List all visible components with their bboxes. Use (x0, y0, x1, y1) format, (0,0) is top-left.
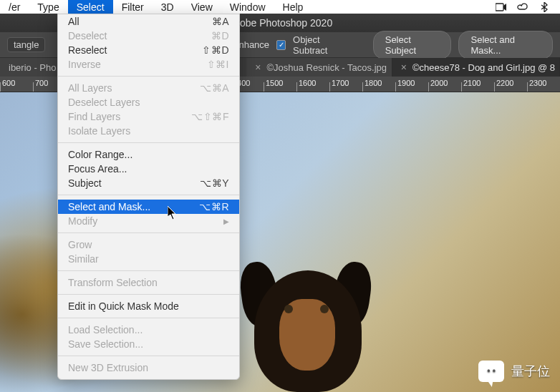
menu-separator (58, 270, 239, 271)
menu-window[interactable]: Window (221, 0, 274, 14)
menu-item-new-3d-extrusion: New 3D Extrusion (58, 361, 239, 375)
submenu-arrow-icon: ▶ (223, 217, 229, 225)
menu-type[interactable]: Type (29, 0, 67, 14)
menu-item-all[interactable]: All⌘A (58, 14, 239, 29)
menu-item-label: Inverse (68, 59, 101, 70)
watermark: • • 量子位 (478, 361, 550, 382)
bluetooth-icon[interactable] (539, 2, 550, 12)
document-tab[interactable]: iberio - Pho (0, 58, 64, 77)
menu-item-label: Load Selection... (68, 324, 143, 335)
menu-item-label: Deselect Layers (68, 97, 140, 108)
menu-item-label: Focus Area... (68, 163, 127, 175)
menu-item-label: New 3D Extrusion (68, 362, 148, 373)
menu-item-label: Find Layers (68, 111, 120, 122)
svg-rect-0 (496, 4, 503, 11)
menu-item-focus-area[interactable]: Focus Area... (58, 162, 239, 176)
close-icon[interactable]: × (255, 62, 261, 72)
document-tab[interactable]: × ©Joshua Resnick - Tacos.jpg (246, 58, 392, 77)
menu-item-shortcut: ⌘D (211, 30, 229, 41)
menu-item-label: Color Range... (68, 149, 132, 160)
menu-item-find-layers: Find Layers⌥⇧⌘F (58, 109, 239, 124)
menu-item-grow: Grow (58, 237, 239, 252)
menu-item-isolate-layers: Isolate Layers (58, 124, 239, 138)
watermark-text: 量子位 (511, 363, 550, 380)
system-menubar: /er Type Select Filter 3D View Window He… (0, 0, 560, 14)
menu-item-label: Deselect (68, 30, 107, 41)
menu-help[interactable]: Help (274, 0, 312, 14)
menu-item-deselect-layers: Deselect Layers (58, 95, 239, 109)
object-subtract-label: Object Subtract (293, 34, 352, 56)
menu-item-label: Subject (68, 177, 102, 189)
photo-subject-dog (240, 249, 383, 392)
menu-item-shortcut: ⌥⌘R (199, 201, 229, 212)
app-title: Adobe Photoshop 2020 (228, 17, 332, 29)
select-and-mask-button[interactable]: Select and Mask... (458, 31, 553, 59)
menu-separator (58, 232, 239, 233)
menu-item-color-range[interactable]: Color Range... (58, 147, 239, 162)
menu-view[interactable]: View (183, 0, 221, 14)
menu-item-save-selection: Save Selection... (58, 337, 239, 351)
menu-item-all-layers: All Layers⌥⌘A (58, 81, 239, 95)
menu-item-reselect[interactable]: Reselect⇧⌘D (58, 43, 239, 57)
menu-item-label: Modify (68, 215, 97, 227)
menu-filter[interactable]: Filter (113, 0, 153, 14)
menu-item-shortcut: ⌘A (212, 16, 229, 27)
record-icon[interactable] (496, 2, 507, 12)
menu-item-label: Edit in Quick Mask Mode (68, 300, 179, 312)
tool-preset-chip[interactable]: tangle (7, 37, 45, 52)
tab-title: ©Joshua Resnick - Tacos.jpg (266, 62, 387, 73)
menu-item-shortcut: ⇧⌘D (202, 44, 229, 56)
menu-separator (58, 356, 239, 356)
menu-separator (58, 142, 239, 143)
tab-title: ©cheese78 - Dog and Girl.jpg @ 8 (412, 62, 555, 73)
menu-item-label: Save Selection... (68, 338, 143, 350)
menu-separator (58, 76, 239, 77)
menu-item-shortcut: ⌥⌘Y (200, 177, 229, 189)
menu-separator (58, 294, 239, 295)
document-tab[interactable]: × ©cheese78 - Dog and Girl.jpg @ 8 (392, 58, 560, 77)
menu-item-shortcut: ⇧⌘I (207, 59, 229, 70)
menu-item-label: Reselect (68, 44, 107, 56)
menubar-tray (496, 2, 560, 12)
select-subject-button[interactable]: Select Subject (373, 31, 452, 59)
menu-item-similar: Similar (58, 252, 239, 266)
opt-enhance-label: nhance (238, 39, 269, 50)
menu-item-label: Grow (68, 239, 92, 250)
menu-item-subject[interactable]: Subject⌥⌘Y (58, 176, 239, 190)
menu-3d[interactable]: 3D (153, 0, 183, 14)
menu-item-label: Transform Selection (68, 277, 158, 288)
menu-item-transform-selection: Transform Selection (58, 275, 239, 290)
menu-select[interactable]: Select (68, 0, 113, 14)
menu-item-inverse: Inverse⇧⌘I (58, 57, 239, 72)
menu-layer[interactable]: /er (0, 0, 29, 14)
menu-separator (58, 318, 239, 318)
menu-item-label: Similar (68, 253, 99, 265)
menu-item-shortcut: ⌥⇧⌘F (191, 111, 229, 122)
creative-cloud-icon[interactable] (517, 2, 528, 12)
close-icon[interactable]: × (401, 62, 407, 72)
select-menu-dropdown: All⌘ADeselect⌘DReselect⇧⌘DInverse⇧⌘IAll … (57, 14, 240, 380)
menu-item-edit-in-quick-mask-mode[interactable]: Edit in Quick Mask Mode (58, 299, 239, 313)
menu-item-select-and-mask[interactable]: Select and Mask...⌥⌘R (58, 200, 239, 214)
watermark-icon: • • (478, 361, 504, 382)
menu-item-label: Isolate Layers (68, 125, 130, 137)
menu-item-label: Select and Mask... (68, 201, 150, 212)
menu-item-shortcut: ⌥⌘A (200, 82, 229, 94)
menu-item-modify: Modify▶ (58, 214, 239, 228)
object-subtract-checkbox[interactable] (276, 40, 286, 50)
menu-separator (58, 195, 239, 195)
menu-item-deselect: Deselect⌘D (58, 29, 239, 43)
menu-item-load-selection: Load Selection... (58, 323, 239, 337)
menu-item-label: All (68, 16, 79, 27)
tab-title: iberio - Pho (9, 62, 56, 73)
menu-item-label: All Layers (68, 82, 112, 94)
